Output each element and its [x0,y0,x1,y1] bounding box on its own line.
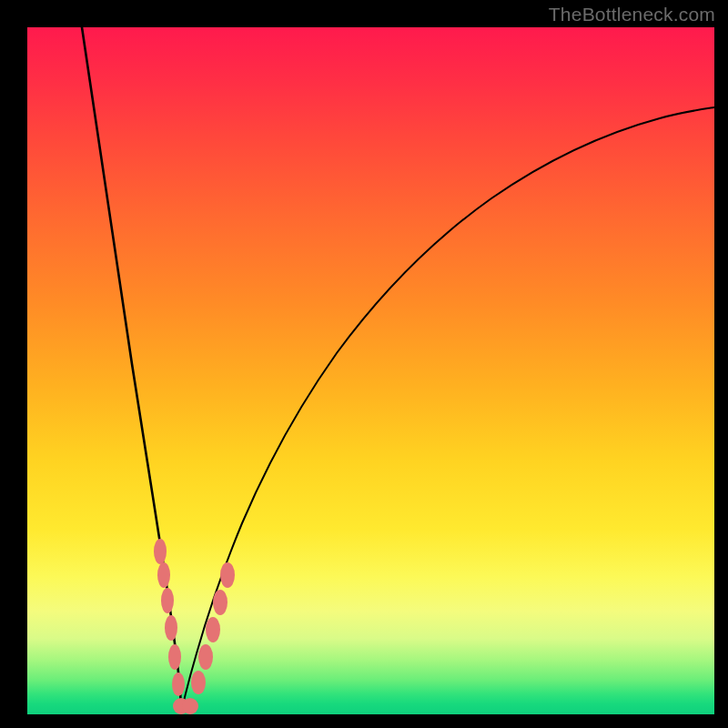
marker-cluster [154,539,235,714]
data-marker [165,615,177,641]
data-marker [182,698,198,714]
data-marker [198,644,213,670]
data-marker [206,617,220,642]
data-marker [157,562,170,588]
chart-frame: TheBottleneck.com [0,0,728,728]
plot-area [27,27,714,714]
data-marker [168,644,181,670]
bottleneck-curve-right [181,107,714,713]
data-marker [213,590,228,615]
data-marker [172,672,185,696]
data-marker [191,671,206,694]
watermark-text: TheBottleneck.com [549,4,715,25]
data-marker [161,588,174,613]
data-marker [220,562,235,588]
data-marker [154,539,167,564]
chart-svg [27,27,714,714]
